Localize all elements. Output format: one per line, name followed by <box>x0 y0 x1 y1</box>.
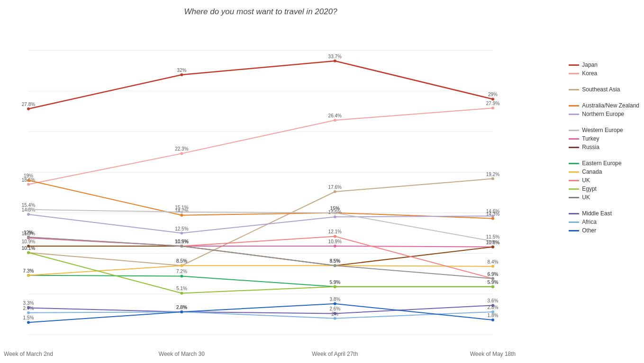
svg-point-18 <box>180 152 183 155</box>
svg-text:2.8%: 2.8% <box>488 305 499 310</box>
svg-text:Week of April 27th: Week of April 27th <box>312 351 358 357</box>
legend: JapanKoreaSoutheast AsiaAustralia/New Ze… <box>569 62 639 234</box>
legend-item: Egypt <box>569 186 639 192</box>
svg-point-92 <box>334 235 336 238</box>
svg-text:1.8%: 1.8% <box>488 313 499 318</box>
svg-point-38 <box>491 217 494 220</box>
legend-label: Middle East <box>582 210 612 217</box>
legend-item: UK <box>569 177 639 184</box>
legend-item: UK <box>569 194 639 201</box>
legend-color-swatch <box>569 147 579 148</box>
svg-text:8.4%: 8.4% <box>488 259 499 265</box>
legend-gap <box>569 203 639 208</box>
legend-item: Africa <box>569 219 639 225</box>
legend-item: Turkey <box>569 135 639 142</box>
legend-label: Japan <box>582 62 598 68</box>
svg-point-40 <box>27 213 30 216</box>
svg-point-12 <box>334 60 336 62</box>
svg-text:10.9%: 10.9% <box>175 239 188 244</box>
svg-text:10.9%: 10.9% <box>328 239 342 244</box>
svg-point-32 <box>27 179 30 182</box>
legend-color-swatch <box>569 64 579 66</box>
svg-point-50 <box>180 211 183 213</box>
svg-text:19.2%: 19.2% <box>486 172 499 177</box>
legend-label: Australia/New Zealand <box>582 102 639 109</box>
legend-color-swatch <box>569 105 579 106</box>
legend-gap <box>569 152 639 158</box>
svg-text:7.3%: 7.3% <box>23 268 34 274</box>
legend-gap <box>569 95 639 100</box>
svg-text:1.5%: 1.5% <box>23 315 34 320</box>
svg-text:3.8%: 3.8% <box>329 297 340 302</box>
chart-container: 27.8%32%33.7%29%18.5%22.3%26.4%27.9%10.1… <box>0 0 644 363</box>
svg-text:10.1%: 10.1% <box>22 246 35 251</box>
legend-gap <box>569 119 639 125</box>
legend-item: Northern Europe <box>569 111 639 117</box>
svg-text:10.9%: 10.9% <box>22 239 35 244</box>
legend-color-swatch <box>569 171 579 173</box>
legend-color-swatch <box>569 180 579 181</box>
svg-point-98 <box>180 292 183 294</box>
legend-item: Middle East <box>569 210 639 217</box>
svg-text:22.3%: 22.3% <box>175 146 188 151</box>
svg-text:2.7%: 2.7% <box>23 306 34 311</box>
legend-item: Japan <box>569 62 639 68</box>
svg-point-16 <box>27 183 30 186</box>
svg-point-124 <box>334 317 336 320</box>
svg-point-86 <box>491 265 494 268</box>
legend-label: Russia <box>582 144 599 151</box>
svg-point-14 <box>491 97 494 100</box>
legend-item: Western Europe <box>569 127 639 133</box>
svg-text:5.9%: 5.9% <box>329 280 340 285</box>
svg-text:Week of March 30: Week of March 30 <box>159 351 205 357</box>
svg-text:12.5%: 12.5% <box>175 226 188 231</box>
svg-point-46 <box>491 214 494 217</box>
svg-point-108 <box>334 264 336 267</box>
svg-point-30 <box>491 177 494 180</box>
legend-label: Turkey <box>582 135 599 142</box>
svg-text:12.1%: 12.1% <box>328 229 342 234</box>
legend-color-swatch <box>569 221 579 223</box>
svg-text:11.5%: 11.5% <box>486 234 499 239</box>
svg-point-34 <box>180 214 183 217</box>
svg-text:29%: 29% <box>488 92 498 97</box>
svg-text:17.6%: 17.6% <box>328 185 342 190</box>
svg-point-52 <box>334 212 336 214</box>
legend-item: Eastern Europe <box>569 160 639 167</box>
legend-color-swatch <box>569 197 579 198</box>
legend-label: Northern Europe <box>582 111 624 117</box>
legend-item: Korea <box>569 70 639 77</box>
legend-gap <box>569 79 639 84</box>
svg-text:3.6%: 3.6% <box>488 298 499 303</box>
svg-text:15.1%: 15.1% <box>175 205 188 210</box>
svg-text:Where do you most want to trav: Where do you most want to travel in 2020… <box>184 7 337 16</box>
svg-text:6.9%: 6.9% <box>488 272 499 277</box>
legend-item: Other <box>569 227 639 234</box>
svg-text:Week of March 2nd: Week of March 2nd <box>4 351 53 357</box>
legend-color-swatch <box>569 188 579 190</box>
svg-text:8.5%: 8.5% <box>176 258 187 264</box>
svg-text:33.7%: 33.7% <box>328 54 342 59</box>
svg-text:27.9%: 27.9% <box>486 101 499 106</box>
svg-text:8.5%: 8.5% <box>329 258 340 264</box>
legend-color-swatch <box>569 114 579 115</box>
svg-text:12%: 12% <box>24 230 33 235</box>
svg-point-102 <box>491 285 494 288</box>
svg-text:26.4%: 26.4% <box>328 113 342 118</box>
svg-text:Week of May 18th: Week of May 18th <box>470 351 516 357</box>
svg-text:7.2%: 7.2% <box>176 269 187 274</box>
legend-color-swatch <box>569 73 579 74</box>
legend-item: Canada <box>569 168 639 175</box>
legend-label: Korea <box>582 70 597 77</box>
svg-point-60 <box>334 245 336 248</box>
svg-text:19%: 19% <box>24 173 33 178</box>
svg-text:27.8%: 27.8% <box>22 102 35 107</box>
svg-point-134 <box>491 319 494 321</box>
svg-point-128 <box>27 321 30 324</box>
legend-label: UK <box>582 177 590 184</box>
legend-color-swatch <box>569 89 579 90</box>
svg-text:5.9%: 5.9% <box>488 280 499 285</box>
legend-label: Southeast Asia <box>582 86 620 93</box>
svg-point-96 <box>27 251 30 254</box>
legend-label: Western Europe <box>582 127 623 133</box>
